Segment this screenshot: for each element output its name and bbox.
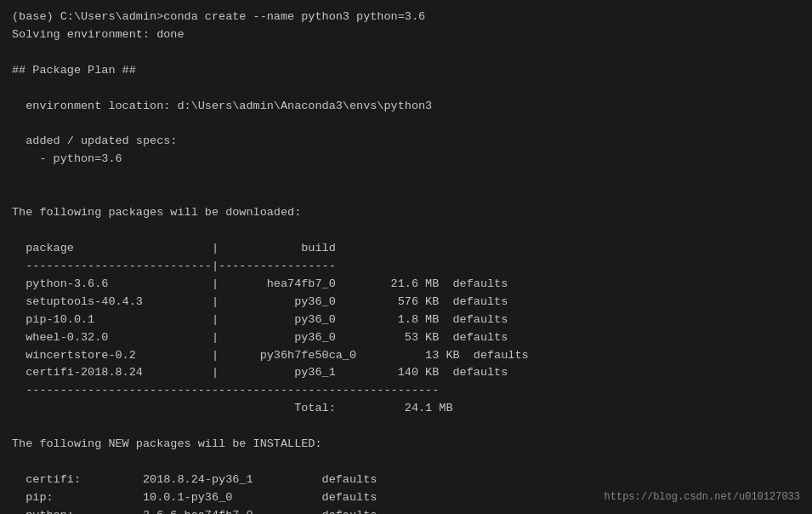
terminal-output: (base) C:\Users\admin>conda create --nam… — [12, 9, 800, 514]
watermark: https://blog.csdn.net/u010127033 — [605, 489, 800, 505]
